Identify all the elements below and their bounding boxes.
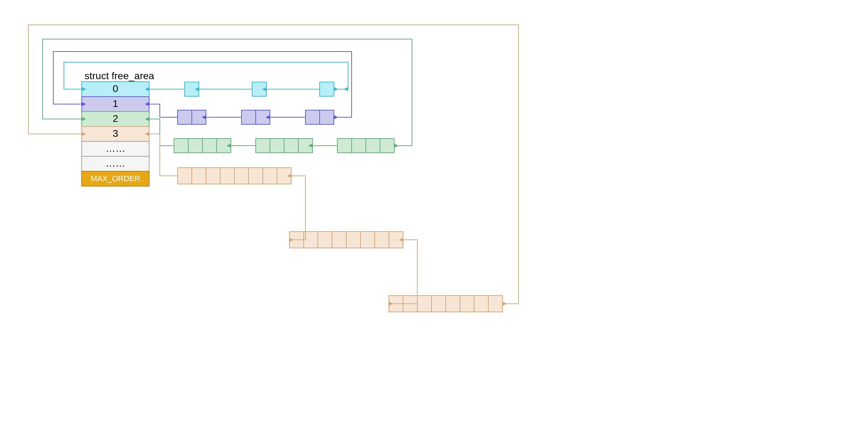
free-area-diagram: struct free_area0123…………MAX_ORDER: [0, 0, 868, 443]
svg-rect-30: [206, 168, 220, 184]
svg-rect-12: [305, 110, 320, 124]
table-row-6-label: MAX_ORDER: [91, 174, 140, 183]
svg-rect-14: [174, 139, 188, 153]
table-row-5-label: ……: [105, 158, 125, 169]
svg-rect-25: [352, 139, 366, 153]
svg-rect-24: [337, 139, 352, 153]
svg-rect-19: [256, 139, 270, 153]
svg-rect-32: [234, 168, 249, 184]
table-row-2-label: 2: [113, 113, 118, 124]
svg-rect-46: [417, 296, 432, 312]
svg-rect-13: [320, 110, 334, 124]
table-row-3-label: 3: [113, 128, 118, 139]
svg-rect-16: [202, 139, 217, 153]
table-row-0-label: 0: [113, 83, 118, 94]
svg-rect-15: [188, 139, 202, 153]
table-header: struct free_area: [85, 70, 154, 81]
table-row-1-label: 1: [113, 98, 118, 109]
svg-rect-5: [320, 82, 334, 96]
free-area-table: struct free_area0123…………MAX_ORDER: [82, 70, 154, 186]
svg-rect-20: [270, 139, 284, 153]
svg-rect-50: [474, 296, 488, 312]
svg-rect-33: [249, 168, 263, 184]
svg-rect-31: [220, 168, 234, 184]
svg-rect-47: [432, 296, 446, 312]
svg-rect-6: [178, 110, 192, 124]
svg-rect-39: [332, 232, 346, 248]
svg-rect-38: [318, 232, 332, 248]
svg-rect-49: [460, 296, 474, 312]
table-row-4-label: ……: [105, 143, 125, 154]
svg-rect-34: [263, 168, 277, 184]
svg-rect-42: [375, 232, 389, 248]
svg-rect-41: [360, 232, 375, 248]
svg-rect-9: [242, 110, 256, 124]
svg-rect-51: [488, 296, 503, 312]
svg-rect-29: [192, 168, 206, 184]
svg-rect-40: [346, 232, 360, 248]
svg-rect-26: [366, 139, 380, 153]
svg-rect-28: [178, 168, 192, 184]
svg-rect-21: [284, 139, 298, 153]
svg-rect-27: [380, 139, 394, 153]
svg-rect-48: [446, 296, 460, 312]
